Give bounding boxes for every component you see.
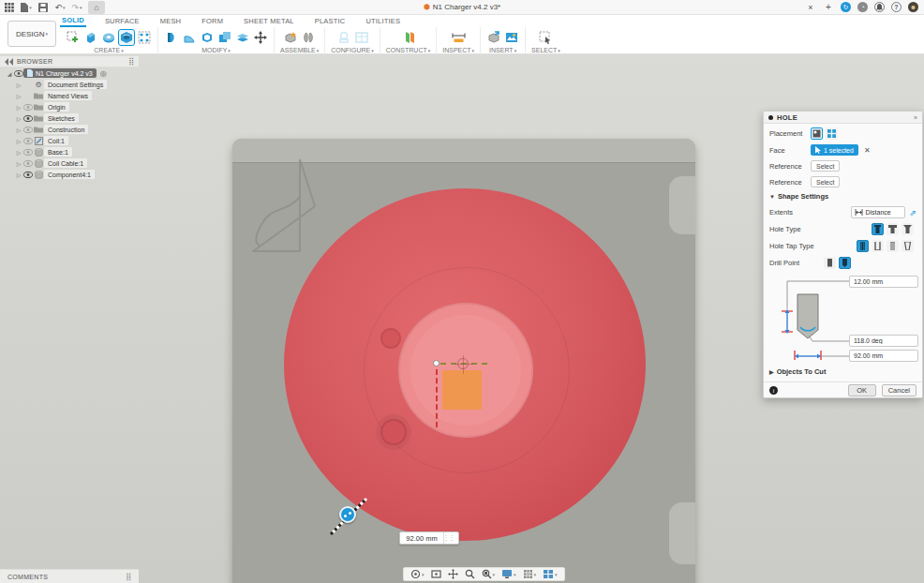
selected-face-highlight[interactable] [442,370,482,410]
tab-mesh[interactable]: MESH [158,17,183,25]
flip-direction-icon[interactable]: ⇗ [909,208,917,217]
comments-grip-icon[interactable]: ⣿ [126,573,131,581]
tap-type-taper-icon[interactable] [902,240,914,252]
look-at-icon[interactable] [431,569,441,579]
browser-grip-icon[interactable]: ⣿ [128,57,134,66]
tab-sheet-metal[interactable]: SHEET METAL [242,17,296,25]
collapse-root-icon[interactable]: ◢ [6,70,13,77]
joint-icon[interactable] [301,30,316,45]
reference-select-button[interactable]: Select [811,176,840,187]
expand-icon[interactable]: ▷ [15,104,22,111]
app-grid-icon[interactable] [4,2,15,13]
group-label-create[interactable]: CREATE [94,47,123,53]
expand-icon[interactable]: ▷ [15,172,22,178]
visibility-eye-icon[interactable] [22,127,33,133]
insert-image-icon[interactable] [504,30,519,45]
ok-button[interactable]: OK [848,384,876,396]
history-icon[interactable]: ◔ [857,2,868,12]
group-label-insert[interactable]: INSERT [489,47,516,53]
browser-header[interactable]: BROWSER ⣿ [0,56,139,67]
pan-icon[interactable] [448,569,458,579]
visibility-eye-icon[interactable] [13,70,23,77]
tap-type-simple-icon[interactable] [857,240,869,252]
expand-icon[interactable]: ▷ [15,138,22,144]
drill-angle-field[interactable] [849,335,918,347]
orbit-icon[interactable] [410,569,425,579]
notifications-bell-icon[interactable] [874,2,885,12]
file-menu-icon[interactable] [21,2,32,13]
diameter-dimension-input[interactable] [400,534,443,543]
hole-center-point[interactable] [433,360,440,366]
shell-icon[interactable] [200,30,215,45]
browser-item-document-settings[interactable]: ▷ ⚙ Document Settings [0,80,141,91]
browser-item-coil-cable[interactable]: ▷ Coil Cable:1 [0,158,141,170]
visibility-eye-icon[interactable] [22,115,33,122]
measure-icon[interactable] [451,30,466,45]
tap-type-clearance-icon[interactable] [872,240,884,252]
undo-icon[interactable]: ↶ [54,2,66,13]
expand-icon[interactable]: ▷ [15,149,22,156]
close-tab-icon[interactable]: × [805,2,816,13]
hole-depth-field[interactable] [849,276,918,288]
drill-point-flat-icon[interactable] [824,257,836,269]
tab-surface[interactable]: SURFACE [103,17,142,25]
viewports-icon[interactable] [543,569,558,579]
revolve-icon[interactable] [101,30,116,45]
comments-bar[interactable]: COMMENTS ⣿ [0,569,139,583]
visibility-eye-icon[interactable] [22,172,33,178]
shape-settings-section[interactable]: ▼Shape Settings [769,192,917,201]
insert-derive-icon[interactable] [486,30,501,45]
tap-type-tapped-icon[interactable] [887,240,899,252]
browser-item-base[interactable]: ▷ Base:1 [0,147,141,158]
group-label-construct[interactable]: CONSTRUCT [386,47,430,53]
dimension-drag-grip-icon[interactable]: ⋮⋮ [443,532,453,544]
cancel-button[interactable]: Cancel [882,384,917,396]
collapse-panel-icon[interactable] [5,58,13,66]
hole-diameter-field[interactable] [849,350,918,362]
expand-icon[interactable]: ▷ [15,115,22,122]
tab-form[interactable]: FORM [200,17,225,25]
clear-selection-icon[interactable]: ✕ [864,146,871,155]
browser-item-component4[interactable]: ▷ Component4:1 [0,170,141,181]
group-label-configure[interactable]: CONFIGURE [331,47,374,53]
select-tool-icon[interactable] [538,30,553,45]
expand-icon[interactable]: ▷ [15,160,22,167]
activate-component-icon[interactable]: ◎ [100,69,107,78]
press-pull-icon[interactable] [164,30,179,45]
tab-plastic[interactable]: PLASTIC [313,17,348,25]
browser-item-origin[interactable]: ▷ Origin [0,102,141,113]
placement-multiple-icon[interactable] [826,127,838,140]
combine-icon[interactable] [217,30,232,45]
root-component[interactable]: N1 Charger v4.2 v3 [23,68,97,78]
hole-dialog-header[interactable]: HOLE » [764,112,922,124]
new-tab-icon[interactable]: + [823,2,834,13]
extents-dropdown[interactable]: Distance [851,206,905,218]
hole-tool-icon[interactable] [119,30,134,45]
tab-utilities[interactable]: UTILITIES [364,17,402,25]
job-status-icon[interactable]: ↻ [841,2,851,12]
visibility-eye-icon[interactable] [22,160,33,167]
hole-type-counterbore-icon[interactable] [887,223,899,235]
display-settings-icon[interactable] [501,569,516,579]
group-label-assemble[interactable]: ASSEMBLE [280,47,319,53]
expand-icon[interactable]: ▷ [15,127,22,133]
objects-to-cut-section[interactable]: ▶Objects To Cut [769,367,917,376]
redo-icon[interactable]: ↷ [71,2,82,13]
configure-icon[interactable] [336,30,351,45]
zoom-window-icon[interactable] [482,569,496,579]
expand-icon[interactable]: ▷ [15,82,22,88]
browser-item-coil[interactable]: ▷ Coil:1 [0,136,141,147]
grid-settings-icon[interactable] [523,569,537,579]
home-icon[interactable]: ⌂ [88,1,105,14]
reference-select-button[interactable]: Select [811,160,840,172]
diameter-drag-handle[interactable] [339,506,356,523]
diameter-dimension-box[interactable]: ⋮⋮ [399,531,459,545]
group-label-modify[interactable]: MODIFY [201,47,231,53]
browser-root-row[interactable]: ◢ N1 Charger v4.2 v3 ◎ [0,68,141,80]
create-sketch-icon[interactable] [66,30,81,45]
browser-item-sketches[interactable]: ▷ Sketches [0,113,141,125]
pattern-icon[interactable] [137,30,152,45]
browser-item-named-views[interactable]: ▷ Named Views [0,91,141,102]
info-icon[interactable]: i [769,386,778,395]
extrude-icon[interactable] [83,30,98,45]
